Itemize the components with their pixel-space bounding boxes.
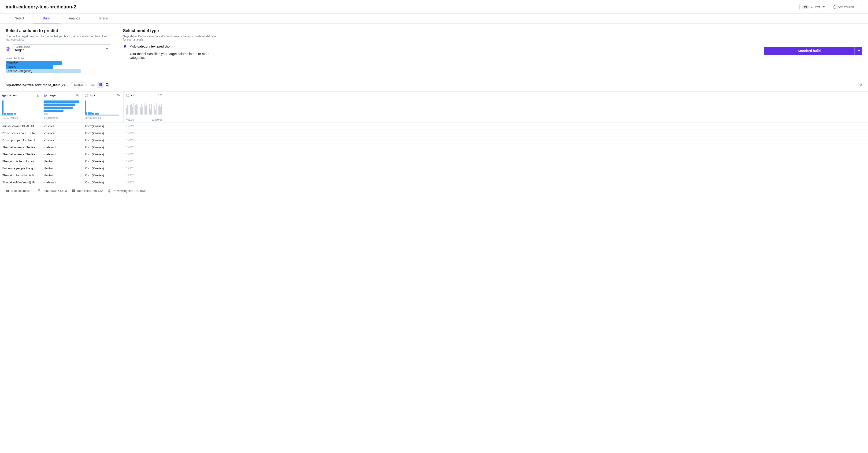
distribution-bar: Positive bbox=[6, 65, 81, 69]
page-title: multi-category-text-prediction-2 bbox=[6, 4, 76, 9]
cell-id: 12922 bbox=[124, 130, 165, 137]
total-columns: Total columns: 4 bbox=[10, 189, 32, 192]
cell-topic: Xbox(Xseries) bbox=[83, 123, 124, 129]
cell-id: 12925 bbox=[124, 179, 165, 186]
build-options-button[interactable] bbox=[855, 47, 862, 55]
cell-target: Positive bbox=[41, 123, 83, 129]
model-type-name: Multi-category text prediction bbox=[129, 44, 219, 48]
distribution-bar: Negative bbox=[6, 61, 81, 65]
column-radio[interactable] bbox=[2, 94, 6, 97]
status-text: Draft bbox=[813, 5, 820, 9]
chevron-down-icon bbox=[823, 6, 825, 7]
overflow-menu-button[interactable] bbox=[860, 4, 862, 9]
cells-icon bbox=[72, 189, 75, 192]
table-row[interactable]: The Falconeer - 'The Path' Game...Irrele… bbox=[0, 144, 868, 151]
table-row[interactable]: The Falconeer - 'The Path' Game...Irrele… bbox=[0, 151, 868, 158]
column-name: content bbox=[7, 93, 18, 97]
column-type-badge: 123 bbox=[158, 94, 162, 97]
distribution-bar: Other (2 Categories) bbox=[6, 69, 81, 73]
status-dot-icon bbox=[811, 6, 812, 8]
cell-id: 12923 bbox=[124, 151, 165, 158]
svg-rect-24 bbox=[73, 190, 74, 191]
cell-target: Neutral bbox=[41, 158, 83, 165]
cell-id: 12921 bbox=[124, 123, 165, 129]
cell-id: 12923 bbox=[124, 144, 165, 151]
svg-line-10 bbox=[108, 86, 109, 86]
cell-target: Neutral bbox=[41, 172, 83, 179]
standard-build-button[interactable]: Standard build bbox=[764, 49, 855, 53]
tab-predict[interactable]: Predict bbox=[90, 13, 119, 23]
collapse-panel-button[interactable] bbox=[859, 83, 862, 86]
column-chart-target: 4 Categories bbox=[41, 99, 83, 122]
cell-topic: Xbox(Xseries) bbox=[83, 179, 124, 186]
column-name: topic bbox=[90, 93, 96, 97]
table-row[interactable]: I'm so pumped for the . I Literall...Pos… bbox=[0, 137, 868, 144]
chevron-down-icon bbox=[858, 50, 860, 52]
table-row[interactable]: Shot at kofi lmfaoo @ PressStar...Irrele… bbox=[0, 179, 868, 186]
svg-rect-17 bbox=[38, 189, 40, 190]
cell-topic: Xbox(Xseries) bbox=[83, 151, 124, 158]
column-name: target bbox=[49, 93, 57, 97]
cell-content: The grind transition is hard for s... bbox=[0, 172, 41, 179]
version-selector[interactable]: V1 Draft bbox=[799, 4, 827, 10]
svg-point-2 bbox=[7, 49, 8, 49]
column-header-id[interactable]: id123 bbox=[124, 92, 165, 99]
plus-circle-icon: + bbox=[833, 5, 836, 9]
cell-topic: Xbox(Xseries) bbox=[83, 144, 124, 151]
cell-content: The grind is hard for some folks ... bbox=[0, 158, 41, 165]
cell-target: Positive bbox=[41, 137, 83, 144]
column-chart-topic: 28 Categories bbox=[83, 99, 124, 122]
cell-content: The Falconeer - 'The Path' Game... bbox=[0, 144, 41, 151]
add-version-button[interactable]: + Add version bbox=[830, 4, 857, 10]
svg-rect-8 bbox=[101, 83, 102, 86]
table-row[interactable]: For some people the grind is eve...Neutr… bbox=[0, 165, 868, 172]
table-row[interactable]: I'm so sorry about... Literally can...Po… bbox=[0, 130, 868, 137]
svg-rect-16 bbox=[8, 190, 9, 192]
cell-target: Neutral bbox=[41, 165, 83, 172]
svg-point-5 bbox=[91, 86, 92, 86]
svg-point-13 bbox=[45, 95, 45, 96]
column-type-badge: A bbox=[37, 94, 39, 97]
svg-rect-19 bbox=[38, 191, 40, 192]
column-header-content[interactable]: contentA bbox=[0, 92, 41, 99]
column-header-target[interactable]: targetAbc bbox=[41, 92, 83, 99]
svg-rect-27 bbox=[73, 191, 74, 192]
tab-build[interactable]: Build bbox=[33, 13, 60, 23]
svg-rect-14 bbox=[6, 190, 6, 192]
cell-content: I'm so pumped for the . I Literall... bbox=[0, 137, 41, 144]
rows-icon bbox=[37, 189, 41, 192]
tab-select[interactable]: Select bbox=[6, 13, 33, 23]
table-row[interactable]: The grind transition is hard for s...Neu… bbox=[0, 172, 868, 179]
svg-point-30 bbox=[110, 190, 110, 190]
column-name: id bbox=[131, 93, 133, 97]
lightbulb-icon bbox=[123, 44, 127, 48]
target-column-select[interactable]: Target column target bbox=[13, 44, 111, 53]
column-header-topic[interactable]: topicAbc bbox=[83, 92, 124, 99]
table-row[interactable]: <unk> looking BEAUTIFULPositiveXbox(Xser… bbox=[0, 123, 868, 130]
dataset-name: nlp-demo-twitter-sentiment_train(2)... bbox=[6, 83, 68, 87]
add-version-label: Add version bbox=[838, 5, 854, 9]
cell-id: 12922 bbox=[124, 137, 165, 144]
cell-content: <unk> looking BEAUTIFUL bbox=[0, 123, 41, 129]
preview-note: Previewing first 100 rows bbox=[113, 189, 147, 192]
column-chart-content: 19123 Values bbox=[0, 99, 41, 122]
list-view-button[interactable] bbox=[90, 82, 96, 88]
table-row[interactable]: The grind is hard for some folks ...Neut… bbox=[0, 158, 868, 165]
column-chart-id: 401.0012560.05 bbox=[124, 99, 165, 122]
target-icon bbox=[43, 94, 47, 97]
cell-id: 12924 bbox=[124, 158, 165, 165]
svg-rect-15 bbox=[7, 190, 8, 192]
cell-content: I'm so sorry about... Literally can... bbox=[0, 130, 41, 137]
cell-target: Irrelevant bbox=[41, 151, 83, 158]
sample-button[interactable]: Sample bbox=[71, 82, 87, 87]
search-button[interactable] bbox=[104, 82, 111, 88]
svg-rect-25 bbox=[74, 190, 75, 191]
target-column-label: Target column bbox=[15, 46, 108, 48]
grid-view-button[interactable] bbox=[97, 82, 103, 88]
svg-rect-26 bbox=[72, 191, 73, 192]
tab-analyze[interactable]: Analyze bbox=[60, 13, 90, 23]
cell-id: 12924 bbox=[124, 172, 165, 179]
column-radio[interactable] bbox=[85, 94, 88, 97]
cell-id: 12924 bbox=[124, 165, 165, 172]
column-radio[interactable] bbox=[126, 94, 129, 97]
